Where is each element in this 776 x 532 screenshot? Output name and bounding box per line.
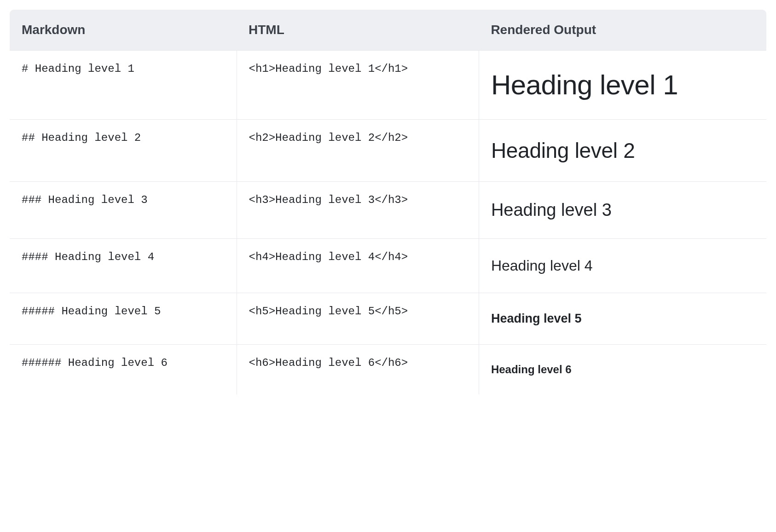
rendered-heading: Heading level 4 <box>491 257 754 274</box>
html-cell: <h4>Heading level 4</h4> <box>237 239 479 293</box>
column-header-html: HTML <box>237 10 479 51</box>
table-row: ###### Heading level 6 <h6>Heading level… <box>10 345 767 395</box>
table-row: ### Heading level 3 <h3>Heading level 3<… <box>10 182 767 239</box>
table-row: #### Heading level 4 <h4>Heading level 4… <box>10 239 767 293</box>
markdown-cell: #### Heading level 4 <box>10 239 237 293</box>
html-cell: <h6>Heading level 6</h6> <box>237 345 479 395</box>
rendered-cell: Heading level 4 <box>479 239 766 293</box>
rendered-heading: Heading level 6 <box>491 363 754 376</box>
rendered-cell: Heading level 2 <box>479 120 766 182</box>
markdown-cell: # Heading level 1 <box>10 51 237 120</box>
table-row: ##### Heading level 5 <h5>Heading level … <box>10 293 767 345</box>
table-row: ## Heading level 2 <h2>Heading level 2</… <box>10 120 767 182</box>
rendered-cell: Heading level 1 <box>479 51 766 120</box>
html-cell: <h1>Heading level 1</h1> <box>237 51 479 120</box>
column-header-markdown: Markdown <box>10 10 237 51</box>
rendered-cell: Heading level 3 <box>479 182 766 239</box>
rendered-heading: Heading level 3 <box>491 200 754 220</box>
table-header-row: Markdown HTML Rendered Output <box>10 10 767 51</box>
html-cell: <h5>Heading level 5</h5> <box>237 293 479 345</box>
rendered-heading: Heading level 5 <box>491 312 754 326</box>
markdown-cell: ## Heading level 2 <box>10 120 237 182</box>
rendered-heading: Heading level 1 <box>491 69 754 101</box>
table-row: # Heading level 1 <h1>Heading level 1</h… <box>10 51 767 120</box>
column-header-rendered: Rendered Output <box>479 10 766 51</box>
html-cell: <h3>Heading level 3</h3> <box>237 182 479 239</box>
headings-reference-table: Markdown HTML Rendered Output # Heading … <box>9 9 767 395</box>
rendered-cell: Heading level 5 <box>479 293 766 345</box>
rendered-heading: Heading level 2 <box>491 138 754 163</box>
html-cell: <h2>Heading level 2</h2> <box>237 120 479 182</box>
markdown-cell: ##### Heading level 5 <box>10 293 237 345</box>
markdown-cell: ###### Heading level 6 <box>10 345 237 395</box>
rendered-cell: Heading level 6 <box>479 345 766 395</box>
markdown-cell: ### Heading level 3 <box>10 182 237 239</box>
